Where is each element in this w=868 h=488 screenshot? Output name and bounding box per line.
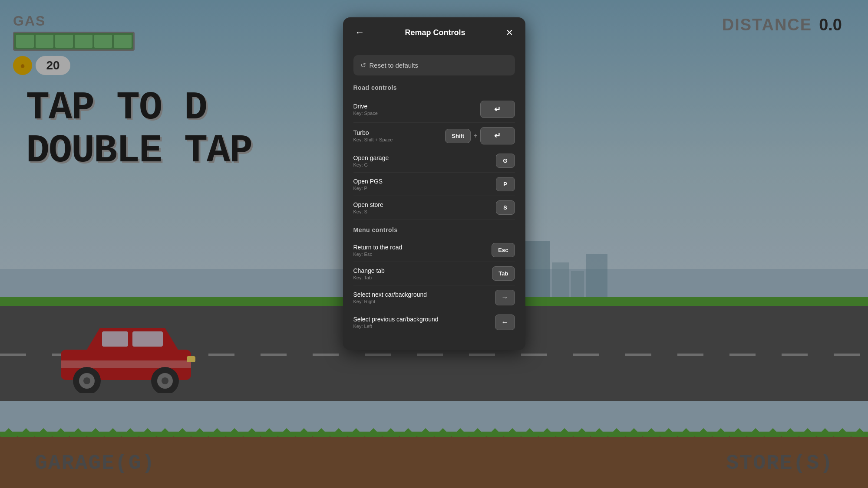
return-key: Key: Esc — [353, 252, 403, 257]
control-row-prev: Select previous car/background Key: Left… — [353, 310, 515, 334]
control-row-drive: Drive Key: Space ↵ — [353, 96, 515, 123]
drive-name: Drive — [353, 103, 378, 110]
control-row-pgs: Open PGS Key: P P — [353, 173, 515, 196]
control-row-return: Return to the road Key: Esc Esc — [353, 239, 515, 262]
turbo-name: Turbo — [353, 129, 393, 136]
reset-defaults-button[interactable]: ↺ Reset to defaults — [353, 55, 515, 75]
turbo-shift-button[interactable]: Shift — [445, 129, 471, 143]
drive-key-button[interactable]: ↵ — [480, 101, 515, 118]
next-name: Select next car/background — [353, 291, 427, 298]
road-controls-title: Road controls — [353, 84, 515, 91]
modal-body: ↺ Reset to defaults Road controls Drive … — [343, 48, 525, 341]
control-row-next: Select next car/background Key: Right → — [353, 285, 515, 310]
next-key-display: → — [495, 290, 515, 305]
prev-key: Key: Left — [353, 324, 439, 329]
garage-key-display: G — [496, 154, 515, 168]
tab-info: Change tab Key: Tab — [353, 267, 385, 280]
return-key-button[interactable]: Esc — [492, 243, 515, 257]
turbo-space-button[interactable]: ↵ — [480, 127, 515, 144]
reset-label: Reset to defaults — [370, 62, 419, 69]
pgs-key-button[interactable]: P — [496, 177, 515, 191]
back-button[interactable]: ← — [352, 25, 368, 40]
next-key: Key: Right — [353, 299, 427, 304]
modal-header: ← Remap Controls ✕ — [343, 17, 525, 48]
prev-key-button[interactable]: ← — [495, 314, 515, 330]
garage-name: Open garage — [353, 154, 389, 161]
tab-name: Change tab — [353, 267, 385, 274]
next-key-button[interactable]: → — [495, 290, 515, 305]
pgs-name: Open PGS — [353, 178, 383, 185]
control-row-store: Open store Key: S S — [353, 196, 515, 219]
tab-key: Key: Tab — [353, 275, 385, 280]
close-button[interactable]: ✕ — [502, 26, 517, 39]
tab-key-display: Tab — [492, 266, 515, 281]
store-info: Open store Key: S — [353, 201, 383, 214]
turbo-key-display: Shift + ↵ — [445, 127, 515, 144]
store-key-button[interactable]: S — [496, 200, 515, 215]
garage-key-button[interactable]: G — [496, 154, 515, 168]
drive-key-display: ↵ — [480, 101, 515, 118]
prev-name: Select previous car/background — [353, 316, 439, 323]
control-row-turbo: Turbo Key: Shift + Space Shift + ↵ — [353, 123, 515, 149]
return-name: Return to the road — [353, 244, 403, 251]
drive-key: Key: Space — [353, 111, 378, 116]
pgs-info: Open PGS Key: P — [353, 178, 383, 191]
control-row-garage: Open garage Key: G G — [353, 149, 515, 173]
section-gap — [353, 219, 515, 226]
turbo-key: Key: Shift + Space — [353, 137, 393, 142]
remap-controls-modal: ← Remap Controls ✕ ↺ Reset to defaults R… — [343, 17, 525, 350]
modal-title: Remap Controls — [405, 28, 465, 37]
return-info: Return to the road Key: Esc — [353, 244, 403, 257]
drive-info: Drive Key: Space — [353, 103, 378, 116]
pgs-key: Key: P — [353, 186, 383, 191]
reset-icon: ↺ — [360, 61, 366, 69]
store-key: Key: S — [353, 209, 383, 214]
turbo-info: Turbo Key: Shift + Space — [353, 129, 393, 142]
store-name: Open store — [353, 201, 383, 208]
control-row-tab: Change tab Key: Tab Tab — [353, 262, 515, 285]
prev-info: Select previous car/background Key: Left — [353, 316, 439, 329]
store-key-display: S — [496, 200, 515, 215]
turbo-plus: + — [473, 132, 477, 140]
next-info: Select next car/background Key: Right — [353, 291, 427, 304]
tab-key-button[interactable]: Tab — [492, 266, 515, 281]
return-key-display: Esc — [492, 243, 515, 257]
menu-controls-title: Menu controls — [353, 226, 515, 233]
pgs-key-display: P — [496, 177, 515, 191]
garage-key: Key: G — [353, 162, 389, 167]
garage-info: Open garage Key: G — [353, 154, 389, 167]
prev-key-display: ← — [495, 314, 515, 330]
